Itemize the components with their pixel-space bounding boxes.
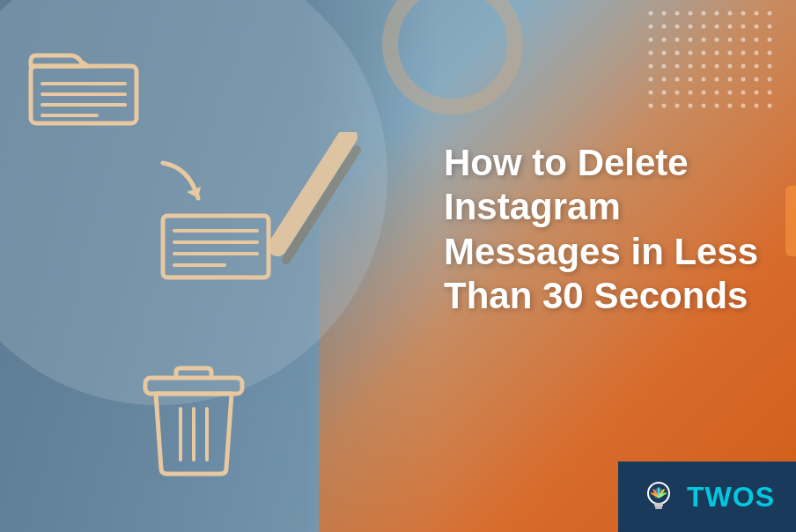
folder-icon [26,48,141,128]
heading-text: How to DeleteInstagramMessages in LessTh… [444,141,761,319]
document-icon [158,211,273,282]
svg-line-17 [277,137,348,247]
side-accent-bar [785,186,796,256]
twos-brand-name: TWOS [687,481,775,514]
svg-rect-13 [145,378,242,394]
dots-pattern [646,9,778,115]
twos-logo: TWOS [618,462,796,532]
main-heading: How to DeleteInstagramMessages in LessTh… [444,141,761,319]
lightbulb-icon [639,477,678,516]
arrow-icon [150,150,220,220]
svg-rect-26 [655,506,662,509]
page-container: How to DeleteInstagramMessages in LessTh… [0,0,796,532]
svg-point-27 [653,488,664,499]
svg-rect-8 [163,216,269,277]
svg-rect-25 [654,503,663,506]
svg-rect-1 [646,9,778,115]
trash-icon [136,365,251,479]
delete-action-icon [264,132,370,308]
